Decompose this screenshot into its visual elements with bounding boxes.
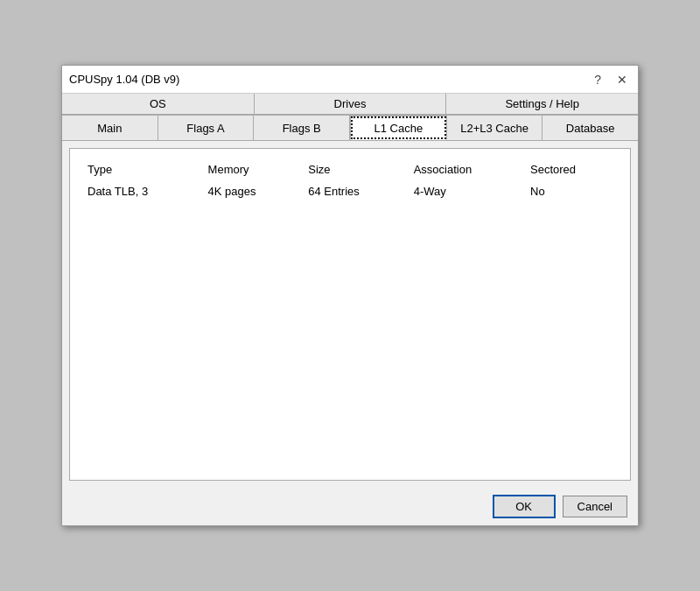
data-table: Type Memory Size Association Sectored Da… (80, 159, 620, 203)
tab-group-row: OS Drives Settings / Help (62, 94, 638, 116)
tab-group-settings[interactable]: Settings / Help (446, 94, 638, 115)
main-window: CPUSpy 1.04 (DB v9) ? ✕ OS Drives Settin… (61, 65, 639, 526)
help-button[interactable]: ? (591, 73, 605, 87)
tab-group-drives[interactable]: Drives (255, 94, 447, 115)
tab-database[interactable]: Database (542, 116, 638, 140)
col-type: Type (80, 159, 201, 179)
col-association: Association (407, 159, 523, 179)
table-header-row: Type Memory Size Association Sectored (80, 159, 620, 179)
tab-group-os[interactable]: OS (62, 94, 255, 115)
cell-size: 64 Entries (301, 179, 406, 203)
cell-memory: 4K pages (201, 179, 302, 203)
cell-association: 4-Way (407, 179, 523, 203)
ok-button[interactable]: OK (493, 495, 556, 518)
tab-main[interactable]: Main (62, 116, 158, 140)
content-area: Type Memory Size Association Sectored Da… (69, 148, 631, 481)
window-title: CPUSpy 1.04 (DB v9) (69, 73, 179, 86)
tab-flags-a[interactable]: Flags A (158, 116, 255, 140)
col-sectored: Sectored (523, 159, 620, 179)
col-size: Size (301, 159, 406, 179)
cancel-button[interactable]: Cancel (563, 496, 627, 517)
tab-l2-l3-cache[interactable]: L2+L3 Cache (447, 116, 543, 140)
title-bar-controls: ? ✕ (591, 73, 631, 87)
close-button[interactable]: ✕ (613, 73, 631, 87)
col-memory: Memory (201, 159, 302, 179)
cell-sectored: No (523, 179, 620, 203)
cell-type: Data TLB, 3 (80, 179, 201, 203)
tab-row: Main Flags A Flags B L1 Cache L2+L3 Cach… (62, 116, 638, 141)
table-row: Data TLB, 3 4K pages 64 Entries 4-Way No (80, 179, 620, 203)
tab-l1-cache[interactable]: L1 Cache (350, 116, 447, 140)
tab-flags-b[interactable]: Flags B (254, 116, 350, 140)
footer: OK Cancel (62, 488, 638, 525)
title-bar: CPUSpy 1.04 (DB v9) ? ✕ (62, 66, 638, 94)
